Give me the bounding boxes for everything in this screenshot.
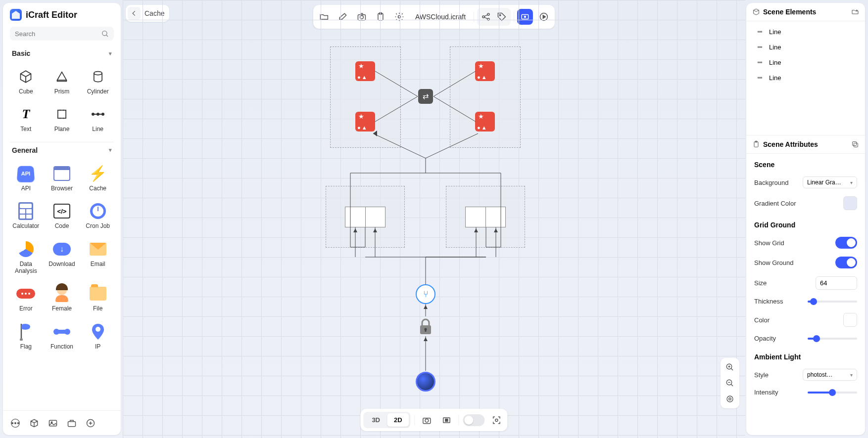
palette-cube[interactable]: Cube xyxy=(8,63,44,99)
db-block[interactable] xyxy=(345,207,386,227)
search-box[interactable] xyxy=(10,27,114,41)
view-mode-toggle: 3D 2D xyxy=(363,412,410,428)
palette-cylinder[interactable]: Cylinder xyxy=(80,63,116,99)
palette-code[interactable]: </>Code xyxy=(44,198,80,233)
target-icon xyxy=(725,394,734,403)
size-input[interactable] xyxy=(816,276,857,290)
scene-attributes-title: Scene Attributes xyxy=(763,140,818,148)
svg-rect-18 xyxy=(49,420,57,426)
network-icon[interactable]: ⑂ xyxy=(416,284,435,304)
element-line-item[interactable]: •••Line xyxy=(746,24,865,40)
scene-elements-title: Scene Elements xyxy=(763,8,816,16)
palette-email[interactable]: Email xyxy=(80,236,116,279)
palette-calculator[interactable]: Calculator xyxy=(8,198,44,233)
element-line-item[interactable]: •••Line xyxy=(746,40,865,55)
db-block[interactable] xyxy=(465,207,506,227)
svg-rect-67 xyxy=(854,143,858,147)
style-select[interactable]: photost…▾ xyxy=(803,369,857,381)
show-ground-toggle[interactable] xyxy=(835,257,857,268)
svg-rect-51 xyxy=(445,419,448,421)
opacity-slider[interactable] xyxy=(808,338,857,340)
intensity-slider[interactable] xyxy=(808,392,857,394)
gradient-color-label: Gradient Color xyxy=(754,200,796,207)
palette-text[interactable]: TText xyxy=(8,101,44,136)
grid-ground-section: Grid Ground xyxy=(746,214,865,233)
background-select[interactable]: Linear Gra…▾ xyxy=(803,176,857,188)
element-line-item[interactable]: •••Line xyxy=(746,55,865,70)
swap-icon[interactable]: ⇄ xyxy=(418,89,433,104)
service-block[interactable] xyxy=(355,112,375,131)
color-label: Color xyxy=(754,316,770,324)
element-line-item[interactable]: •••Line xyxy=(746,70,865,86)
save-button[interactable] xyxy=(63,415,80,432)
palette-prism[interactable]: Prism xyxy=(44,63,80,99)
section-general[interactable]: General ▾ xyxy=(3,142,121,158)
search-input[interactable] xyxy=(15,30,101,38)
zoom-in-button[interactable] xyxy=(723,360,737,375)
thickness-slider[interactable] xyxy=(808,301,857,303)
target-button[interactable] xyxy=(723,392,737,406)
service-block[interactable] xyxy=(355,61,375,81)
intensity-label: Intensity xyxy=(754,389,778,396)
scene-attributes-header: Scene Attributes xyxy=(746,135,865,154)
fit-button[interactable] xyxy=(439,412,455,428)
canvas[interactable]: ⇄ ⑂ xyxy=(123,0,745,438)
snapshot-button[interactable] xyxy=(419,412,435,428)
palette-file[interactable]: File xyxy=(80,280,116,316)
svg-point-61 xyxy=(729,398,731,400)
image-tool-button[interactable] xyxy=(45,415,61,432)
zoom-out-button[interactable] xyxy=(723,376,737,391)
palette-browser[interactable]: Browser xyxy=(44,160,80,196)
palette-error[interactable]: Error xyxy=(8,280,44,316)
palette-dataanalysis[interactable]: Data Analysis xyxy=(8,236,44,279)
svg-rect-3 xyxy=(58,110,66,118)
plus-circle-icon xyxy=(86,418,96,428)
zoom-in-icon xyxy=(725,363,734,372)
mode-3d-button[interactable]: 3D xyxy=(365,413,387,427)
briefcase-icon xyxy=(67,418,77,428)
clipboard-icon xyxy=(752,140,760,148)
palette-general: APIAPI Browser ⚡Cache Calculator </>Code… xyxy=(3,158,121,359)
service-block[interactable] xyxy=(475,61,495,81)
sidebar-bottom-toolbar xyxy=(3,410,121,435)
svg-rect-12 xyxy=(58,330,65,334)
cube-tool-button[interactable] xyxy=(26,415,43,432)
preview-toggle[interactable] xyxy=(463,414,485,426)
svg-point-15 xyxy=(15,422,16,424)
scene-elements-header: Scene Elements xyxy=(746,3,865,21)
line-icon: ••• xyxy=(755,75,764,82)
palette-cache[interactable]: ⚡Cache xyxy=(80,160,116,196)
focus-icon xyxy=(492,415,502,425)
palette-basic: Cube Prism Cylinder TText Plane Line xyxy=(3,61,121,142)
palette-flag[interactable]: Flag xyxy=(8,318,44,354)
lock-icon[interactable] xyxy=(418,318,433,335)
palette-ip[interactable]: IP xyxy=(80,318,116,354)
zoom-out-icon xyxy=(725,379,734,388)
grid-color-swatch[interactable] xyxy=(843,313,857,327)
bottom-toolbar: 3D 2D xyxy=(360,409,507,431)
line-icon: ••• xyxy=(755,59,764,66)
svg-point-9 xyxy=(20,338,23,341)
show-grid-label: Show Grid xyxy=(754,239,784,247)
more-button[interactable] xyxy=(7,415,24,432)
image-icon xyxy=(48,418,58,428)
palette-api[interactable]: APIAPI xyxy=(8,160,44,196)
copy-icon[interactable] xyxy=(851,140,859,148)
palette-cronjob[interactable]: Cron Job xyxy=(80,198,116,233)
palette-function[interactable]: Function xyxy=(44,318,80,354)
palette-download[interactable]: ↓Download xyxy=(44,236,80,279)
style-label: Style xyxy=(754,371,769,379)
gradient-color-swatch[interactable] xyxy=(843,196,857,210)
palette-female[interactable]: Female xyxy=(44,280,80,316)
show-grid-toggle[interactable] xyxy=(835,237,857,249)
focus-button[interactable] xyxy=(489,412,505,428)
mode-2d-button[interactable]: 2D xyxy=(387,413,409,427)
section-basic[interactable]: Basic ▾ xyxy=(3,45,121,61)
add-folder-icon[interactable] xyxy=(851,8,859,16)
palette-line[interactable]: Line xyxy=(80,101,116,136)
service-block[interactable] xyxy=(475,112,495,131)
palette-plane[interactable]: Plane xyxy=(44,101,80,136)
cube-icon xyxy=(29,418,39,428)
add-button[interactable] xyxy=(82,415,99,432)
globe-icon[interactable] xyxy=(416,372,435,392)
